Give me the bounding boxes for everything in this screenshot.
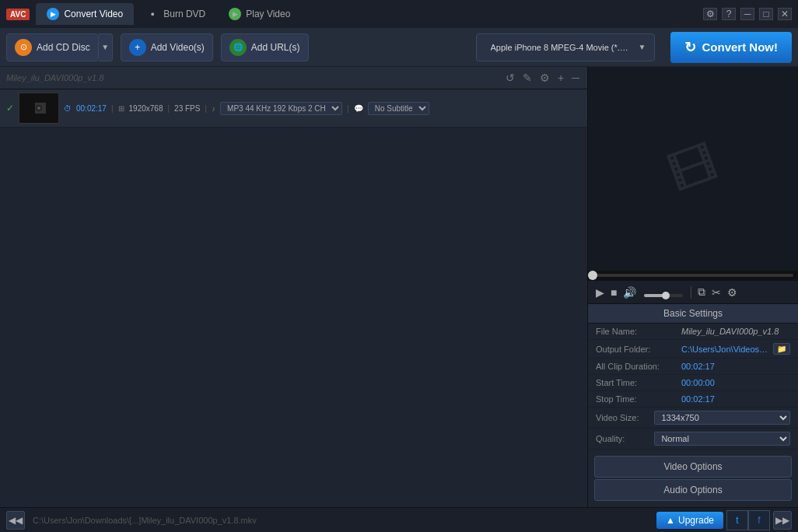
- filename-value: Miley_ilu_DAVI000p_v1.8: [681, 327, 790, 336]
- video-size-label: Video Size:: [596, 413, 654, 422]
- convert-tab-label: Convert Video: [64, 9, 123, 19]
- settings-icon-btn[interactable]: ⚙: [703, 8, 717, 20]
- settings-panel: Basic Settings File Name: Miley_ilu_DAVI…: [588, 303, 798, 507]
- upgrade-icon: ▲: [666, 515, 675, 526]
- video-options-button[interactable]: Video Options: [594, 456, 792, 478]
- video-size-row: Video Size: 1334x750: [588, 408, 798, 429]
- play-tab-label: Play Video: [246, 9, 290, 19]
- add-url-button[interactable]: 🌐 Add URL(s): [221, 33, 309, 61]
- stop-time-value: 00:02:17: [681, 394, 790, 404]
- progress-track[interactable]: [593, 274, 793, 277]
- format-dropdown-icon: ▼: [639, 43, 646, 51]
- clip-duration-value: 00:02:17: [681, 362, 790, 371]
- resolution-value: 1920x768: [129, 104, 163, 113]
- minimize-btn[interactable]: ─: [740, 8, 754, 20]
- stop-time-row: Stop Time: 00:02:17: [588, 391, 798, 408]
- subtitle-icon: 💬: [354, 104, 363, 113]
- convert-now-button[interactable]: ↻ Convert Now!: [670, 32, 793, 63]
- volume-slider[interactable]: [644, 289, 683, 296]
- filename-label: File Name:: [596, 327, 681, 336]
- file-name-header: Miley_ilu_DAVI000p_v1.8: [6, 73, 103, 82]
- file-row[interactable]: ✓ ⏱ 00:02:17 | ⊞ 1920x768 | 23 FPS: [0, 89, 587, 128]
- refresh-icon[interactable]: ↺: [504, 70, 516, 86]
- subtitle-select[interactable]: No Subtitle: [368, 102, 429, 115]
- tab-convert[interactable]: ▶ Convert Video: [36, 3, 134, 25]
- video-preview: 🎞: [588, 67, 798, 271]
- toolbar: ⊙ Add CD Disc ▼ + Add Video(s) 🌐 Add URL…: [0, 28, 798, 67]
- convert-now-label: Convert Now!: [702, 40, 779, 54]
- convert-tab-icon: ▶: [47, 8, 59, 20]
- empty-area: [0, 128, 587, 507]
- file-list-header: Miley_ilu_DAVI000p_v1.8 ↺ ✎ ⚙ + ─: [0, 67, 587, 89]
- audio-options-button[interactable]: Audio Options: [594, 479, 792, 501]
- effects-button[interactable]: ⚙: [726, 285, 739, 300]
- status-bar: ◀◀ C:\Users\Jon\Downloads\[...]Miley_ilu…: [0, 507, 798, 532]
- copy-button[interactable]: ⧉: [696, 284, 707, 300]
- format-selector[interactable]: Apple iPhone 8 MPEG-4 Movie (*.m... ▼: [476, 33, 655, 61]
- quality-label: Quality:: [596, 434, 654, 443]
- add-icon[interactable]: +: [556, 70, 565, 86]
- status-path: C:\Users\Jon\Downloads\[...]Miley_ilu_DA…: [25, 516, 656, 525]
- play-button[interactable]: ▶: [594, 285, 606, 300]
- film-decoration: 🎞: [662, 135, 724, 201]
- option-buttons-area: Video Options Audio Options: [588, 450, 798, 507]
- stop-time-label: Stop Time:: [596, 394, 681, 404]
- progress-handle[interactable]: [588, 271, 597, 280]
- twitter-button[interactable]: t: [726, 510, 748, 530]
- progress-bar-container[interactable]: [588, 271, 798, 280]
- file-thumbnail: [19, 93, 59, 124]
- main-area: Miley_ilu_DAVI000p_v1.8 ↺ ✎ ⚙ + ─ ✓: [0, 67, 798, 507]
- add-url-label: Add URL(s): [251, 42, 300, 53]
- edit-icon[interactable]: ✎: [521, 70, 534, 86]
- remove-icon[interactable]: ─: [570, 70, 581, 86]
- file-info: ⏱ 00:02:17 | ⊞ 1920x768 | 23 FPS | ♪ MP3…: [64, 102, 581, 115]
- start-time-value: 00:00:00: [681, 378, 790, 387]
- audio-icon: ♪: [212, 104, 215, 113]
- tab-burn[interactable]: ● Burn DVD: [135, 3, 216, 25]
- add-cd-dropdown[interactable]: ▼: [99, 33, 113, 61]
- control-separator: [691, 286, 691, 299]
- volume-track[interactable]: [644, 294, 683, 297]
- clock-icon: ⏱: [64, 104, 72, 113]
- clip-duration-label: All Clip Duration:: [596, 362, 681, 371]
- maximize-btn[interactable]: □: [759, 8, 773, 20]
- upgrade-button[interactable]: ▲ Upgrade: [656, 512, 723, 529]
- burn-tab-label: Burn DVD: [163, 9, 205, 19]
- facebook-button[interactable]: f: [748, 510, 770, 530]
- help-icon-btn[interactable]: ?: [722, 8, 736, 20]
- fps-value: 23 FPS: [174, 104, 200, 113]
- settings-header: Basic Settings: [588, 304, 798, 324]
- file-list-panel: Miley_ilu_DAVI000p_v1.8 ↺ ✎ ⚙ + ─ ✓: [0, 67, 588, 507]
- add-cd-disc-button[interactable]: ⊙ Add CD Disc: [6, 33, 99, 61]
- resolution-icon: ⊞: [118, 104, 124, 113]
- volume-handle[interactable]: [662, 292, 670, 299]
- output-folder-label: Output Folder:: [596, 345, 681, 354]
- file-duration: 00:02:17: [76, 104, 107, 113]
- start-time-row: Start Time: 00:00:00: [588, 375, 798, 391]
- start-time-label: Start Time:: [596, 378, 681, 387]
- quality-select[interactable]: Normal: [654, 432, 790, 446]
- format-label: Apple iPhone 8 MPEG-4 Movie (*.m...: [491, 43, 632, 52]
- add-videos-label: Add Video(s): [151, 42, 205, 53]
- clip-duration-row: All Clip Duration: 00:02:17: [588, 359, 798, 375]
- convert-icon: ↻: [684, 39, 696, 56]
- close-btn[interactable]: ✕: [778, 8, 792, 20]
- svg-point-3: [37, 107, 40, 110]
- nav-right-button[interactable]: ▶▶: [773, 511, 792, 530]
- add-videos-button[interactable]: + Add Video(s): [121, 33, 213, 61]
- tab-play[interactable]: ▶ Play Video: [218, 3, 301, 25]
- cut-button[interactable]: ✂: [710, 285, 723, 300]
- settings-icon[interactable]: ⚙: [538, 70, 551, 86]
- browse-folder-button[interactable]: 📁: [773, 343, 790, 355]
- stop-button[interactable]: ■: [609, 285, 618, 300]
- burn-tab-icon: ●: [146, 8, 159, 20]
- nav-left-button[interactable]: ◀◀: [6, 511, 25, 530]
- checkbox-icon[interactable]: ✓: [6, 103, 14, 114]
- play-tab-icon: ▶: [229, 8, 241, 20]
- video-icon: +: [129, 39, 146, 56]
- volume-icon[interactable]: 🔊: [621, 285, 638, 300]
- audio-track-select[interactable]: MP3 44 KHz 192 Kbps 2 CH: [220, 102, 342, 115]
- cd-icon: ⊙: [15, 39, 32, 56]
- video-size-select[interactable]: 1334x750: [654, 411, 790, 425]
- add-cd-label: Add CD Disc: [37, 42, 90, 53]
